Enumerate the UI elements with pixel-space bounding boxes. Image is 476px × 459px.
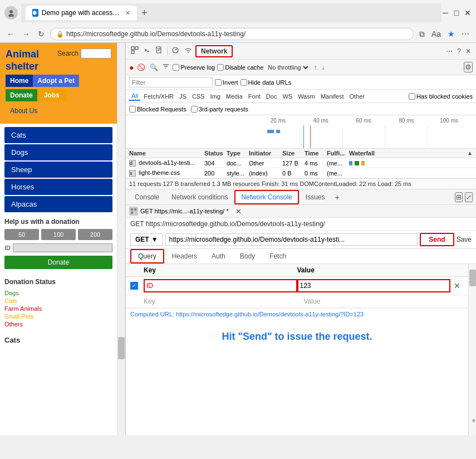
nav-home[interactable]: Home <box>6 75 33 87</box>
animal-item-cats[interactable]: Cats <box>4 127 112 143</box>
animal-item-sheep[interactable]: Sheep <box>4 162 112 178</box>
donate-button[interactable]: Donate <box>4 256 112 269</box>
other-amount-input[interactable] <box>13 243 112 252</box>
table-row[interactable]: d devtools-a11y-testi... 304 doc... Othe… <box>126 158 476 168</box>
network-conditions-tab[interactable]: Network conditions <box>166 191 233 203</box>
amount-100[interactable]: 100 <box>41 229 76 240</box>
nav-adopt[interactable]: Adopt a Pet <box>33 75 79 87</box>
website-scrollbar[interactable] <box>117 43 125 435</box>
body-tab[interactable]: Body <box>233 249 262 263</box>
throttle-select[interactable]: No throttling <box>266 64 310 71</box>
elements-tab[interactable] <box>129 45 140 57</box>
query-row-checkbox[interactable]: ✓ <box>130 282 144 290</box>
nc-url-input[interactable] <box>165 233 418 246</box>
collections-button[interactable]: ⧉ <box>417 28 427 40</box>
import-har-btn[interactable]: ↑ <box>312 62 318 72</box>
add-console-tab-btn[interactable]: + <box>331 192 342 203</box>
animal-item-dogs[interactable]: Dogs <box>4 144 112 160</box>
sources-tab[interactable] <box>154 45 165 57</box>
forward-button[interactable]: → <box>20 28 32 40</box>
website-scroll-thumb[interactable] <box>118 337 125 359</box>
more-tools-button[interactable]: ⋯ <box>459 28 472 40</box>
blocked-requests-cb[interactable]: Blocked Requests <box>129 106 187 113</box>
record-button[interactable]: ● <box>129 63 134 72</box>
popout-btn[interactable]: ⤢ <box>465 192 473 202</box>
status-dogs[interactable]: Dogs <box>4 289 112 297</box>
preserve-log-checkbox[interactable]: Preserve log <box>173 64 215 71</box>
address-bar[interactable]: 🔒 https://microsoftedge.github.io/Demos/… <box>50 28 414 40</box>
hide-data-urls-checkbox[interactable]: Hide data URLs <box>241 79 292 86</box>
status-small[interactable]: Small Pets <box>4 312 112 320</box>
type-all[interactable]: All <box>129 92 140 101</box>
third-party-cb[interactable]: 3rd-party requests <box>191 106 248 113</box>
nc-scroll-thumb-top[interactable] <box>469 270 476 286</box>
send-button[interactable]: Send <box>420 233 454 246</box>
method-select[interactable]: GET ▼ <box>130 233 163 246</box>
status-farm[interactable]: Farm Animals <box>4 305 112 312</box>
status-others[interactable]: Others <box>4 320 112 328</box>
nc-vertical-scrollbar[interactable]: ▼ <box>468 264 476 435</box>
search-filter-btn[interactable]: 🔍 <box>149 62 159 72</box>
network-settings-btn[interactable]: ⚙ <box>464 62 473 72</box>
console-devtool-tab[interactable] <box>141 45 153 57</box>
search-input[interactable] <box>81 48 111 58</box>
query-tab[interactable]: Query <box>130 249 164 263</box>
network-console-tab[interactable]: Network Console <box>234 190 298 204</box>
query-delete-btn[interactable]: ✕ <box>454 281 460 290</box>
fetch-tab[interactable]: Fetch <box>263 249 293 263</box>
filter-input[interactable] <box>129 77 213 87</box>
disable-cache-input[interactable] <box>217 64 224 71</box>
clear-btn[interactable]: 🚫 <box>136 62 146 72</box>
amount-200[interactable]: 200 <box>78 229 112 240</box>
export-har-btn[interactable]: ↓ <box>320 62 326 72</box>
type-doc[interactable]: Doc <box>264 92 279 100</box>
network-tab-active[interactable]: Network <box>195 45 233 57</box>
issues-tab[interactable]: Issues <box>300 191 331 203</box>
type-ws[interactable]: WS <box>280 92 295 100</box>
devtools-close-btn[interactable]: ✕ <box>464 46 473 56</box>
type-other[interactable]: Other <box>347 92 367 100</box>
invert-checkbox[interactable]: Invert <box>215 79 238 86</box>
type-wasm[interactable]: Wasm <box>296 92 317 100</box>
type-img[interactable]: Img <box>208 92 223 100</box>
user-avatar[interactable] <box>4 6 18 19</box>
wifi-icon[interactable] <box>182 45 194 57</box>
type-fetch[interactable]: Fetch/XHR <box>141 92 176 100</box>
animal-item-horses[interactable]: Horses <box>4 179 112 195</box>
active-tab[interactable]: Demo page with accessibility iss... ✕ <box>26 6 137 20</box>
reader-button[interactable]: Aa <box>429 28 443 40</box>
headers-tab[interactable]: Headers <box>165 249 204 263</box>
type-css[interactable]: CSS <box>190 92 207 100</box>
nav-jobs[interactable]: Jobs <box>37 89 66 101</box>
auth-tab[interactable]: Auth <box>205 249 232 263</box>
status-cats[interactable]: Cats <box>4 297 112 305</box>
console-tab[interactable]: Console <box>129 191 165 203</box>
tab-close-btn[interactable]: ✕ <box>125 9 130 17</box>
favorites-button[interactable]: ★ <box>445 28 457 40</box>
query-value-input[interactable] <box>297 279 451 292</box>
save-button[interactable]: Save <box>457 236 472 243</box>
dock-btn[interactable]: ⊞ <box>455 192 463 202</box>
nc-request-close[interactable]: ✕ <box>235 207 242 216</box>
type-media[interactable]: Media <box>224 92 245 100</box>
maximize-button[interactable]: □ <box>453 9 460 17</box>
type-manifest[interactable]: Manifest <box>318 92 346 100</box>
performance-tab[interactable] <box>170 45 181 57</box>
devtools-help-btn[interactable]: ? <box>455 46 463 56</box>
disable-cache-checkbox[interactable]: Disable cache <box>217 64 263 71</box>
minimize-button[interactable]: ─ <box>441 9 449 17</box>
back-button[interactable]: ← <box>4 28 17 40</box>
preserve-log-input[interactable] <box>173 64 179 71</box>
has-blocked-cookies[interactable]: Has blocked cookies <box>409 93 473 100</box>
animal-item-alpacas[interactable]: Alpacas <box>4 196 112 212</box>
table-row[interactable]: s light-theme.css 200 style... (index) 0… <box>126 168 476 178</box>
filter-toggle-btn[interactable] <box>161 62 170 72</box>
type-font[interactable]: Font <box>246 92 263 100</box>
refresh-button[interactable]: ↻ <box>36 28 47 40</box>
more-devtools-btn[interactable]: ⋯ <box>444 46 454 56</box>
query-key-input[interactable] <box>144 279 297 292</box>
type-js[interactable]: JS <box>177 92 189 100</box>
nav-donate[interactable]: Donate <box>6 89 37 101</box>
close-button[interactable]: ✕ <box>464 9 472 17</box>
amount-50[interactable]: 50 <box>4 229 39 240</box>
